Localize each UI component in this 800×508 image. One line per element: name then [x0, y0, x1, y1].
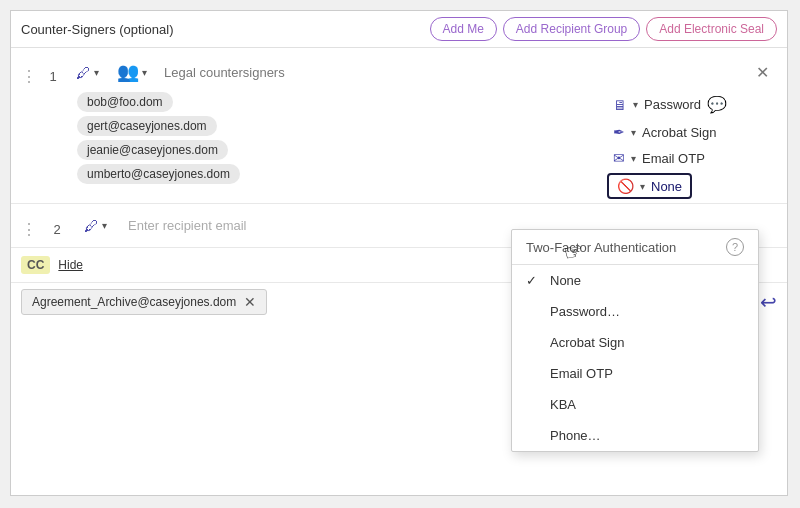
check-icon-phone: ✓: [526, 428, 542, 443]
email-pill-0[interactable]: bob@foo.dom: [77, 92, 173, 112]
check-icon-emailotp: ✓: [526, 366, 542, 381]
auth-dropdown-menu: Two-Factor Authentication ? ✓ None ✓ Pas…: [511, 229, 759, 452]
dropdown-kba-label: KBA: [550, 397, 576, 412]
comment-icon[interactable]: 💬: [707, 95, 727, 114]
pen-icon-2: 🖊: [84, 217, 99, 234]
dropdown-item-phone[interactable]: ✓ Phone…: [512, 420, 758, 451]
cc-email-remove-button[interactable]: ✕: [244, 294, 256, 310]
cc-email-address: Agreement_Archive@caseyjones.dom: [32, 295, 236, 309]
chevron-down-icon: ▾: [94, 67, 99, 78]
auth-password-row[interactable]: 🖥 ▾ Password 💬: [607, 92, 733, 117]
row-number-1: 1: [41, 61, 65, 84]
auth-email-otp-row[interactable]: ✉ ▾ Email OTP: [607, 147, 711, 169]
check-icon-password: ✓: [526, 304, 542, 319]
dropdown-none-label: None: [550, 273, 581, 288]
close-row-1-button[interactable]: ✕: [748, 59, 777, 86]
add-me-button[interactable]: Add Me: [430, 17, 497, 41]
dropdown-phone-label: Phone…: [550, 428, 601, 443]
check-icon-acrobat: ✓: [526, 335, 542, 350]
main-container: Counter-Signers (optional) Add Me Add Re…: [10, 10, 788, 496]
email-pill-1[interactable]: gert@caseyjones.dom: [77, 116, 217, 136]
dropdown-header: Two-Factor Authentication ?: [512, 230, 758, 265]
group-icon: 👥: [117, 61, 139, 83]
dropdown-password-label: Password…: [550, 304, 620, 319]
acrobat-icon: ✒: [613, 124, 625, 140]
dropdown-item-kba[interactable]: ✓ KBA: [512, 389, 758, 420]
dropdown-item-none[interactable]: ✓ None: [512, 265, 758, 296]
dropdown-title: Two-Factor Authentication: [526, 240, 676, 255]
add-seal-button[interactable]: Add Electronic Seal: [646, 17, 777, 41]
check-icon-none: ✓: [526, 273, 542, 288]
cc-label: CC: [21, 256, 50, 274]
add-group-button[interactable]: Add Recipient Group: [503, 17, 640, 41]
drag-handle[interactable]: ⋮: [21, 59, 37, 86]
auth-methods-column: 🖥 ▾ Password 💬 ✒ ▾ Acrobat Sign ✉ ▾ Emai…: [607, 92, 777, 199]
dropdown-item-emailotp[interactable]: ✓ Email OTP: [512, 358, 758, 389]
email-otp-icon: ✉: [613, 150, 625, 166]
cc-hide-button[interactable]: Hide: [58, 258, 83, 272]
none-label: None: [651, 179, 682, 194]
email-pills-column: bob@foo.dom gert@caseyjones.dom jeanie@c…: [77, 92, 595, 199]
row-number-2: 2: [45, 214, 69, 237]
auth-acrobat-row[interactable]: ✒ ▾ Acrobat Sign: [607, 121, 722, 143]
page-title: Counter-Signers (optional): [21, 22, 173, 37]
none-icon: 🚫: [617, 178, 634, 194]
check-icon-kba: ✓: [526, 397, 542, 412]
group-name-label: Legal countersigners: [158, 61, 291, 84]
email-pill-2[interactable]: jeanie@caseyjones.dom: [77, 140, 228, 160]
password-icon: 🖥: [613, 97, 627, 113]
signer-type-dropdown-2[interactable]: 🖊 ▾: [77, 212, 114, 239]
header: Counter-Signers (optional) Add Me Add Re…: [11, 11, 787, 48]
recipient-row-1: ⋮ 1 🖊 ▾ 👥 ▾ Legal countersigners ✕ bob@f…: [11, 48, 787, 204]
dropdown-acrobat-label: Acrobat Sign: [550, 335, 624, 350]
chevron-icon-4: ▾: [640, 181, 645, 192]
chevron-icon: ▾: [633, 99, 638, 110]
info-icon[interactable]: ?: [726, 238, 744, 256]
dropdown-item-password[interactable]: ✓ Password…: [512, 296, 758, 327]
chevron-down-icon-2: ▾: [142, 67, 147, 78]
header-buttons: Add Me Add Recipient Group Add Electroni…: [430, 17, 778, 41]
email-otp-label: Email OTP: [642, 151, 705, 166]
chevron-down-icon-3: ▾: [102, 220, 107, 231]
password-label: Password: [644, 97, 701, 112]
cc-right-icon: ↩: [760, 290, 777, 314]
chevron-icon-3: ▾: [631, 153, 636, 164]
dropdown-item-acrobat[interactable]: ✓ Acrobat Sign: [512, 327, 758, 358]
pen-icon: 🖊: [76, 64, 91, 81]
acrobat-sign-label: Acrobat Sign: [642, 125, 716, 140]
auth-none-row[interactable]: 🚫 ▾ None: [607, 173, 692, 199]
group-dropdown[interactable]: 👥 ▾: [110, 56, 154, 88]
dropdown-emailotp-label: Email OTP: [550, 366, 613, 381]
drag-handle-2[interactable]: ⋮: [21, 212, 37, 239]
signer-type-dropdown[interactable]: 🖊 ▾: [69, 59, 106, 86]
chevron-icon-2: ▾: [631, 127, 636, 138]
cc-email-pill[interactable]: Agreement_Archive@caseyjones.dom ✕: [21, 289, 267, 315]
email-pill-3[interactable]: umberto@caseyjones.dom: [77, 164, 240, 184]
